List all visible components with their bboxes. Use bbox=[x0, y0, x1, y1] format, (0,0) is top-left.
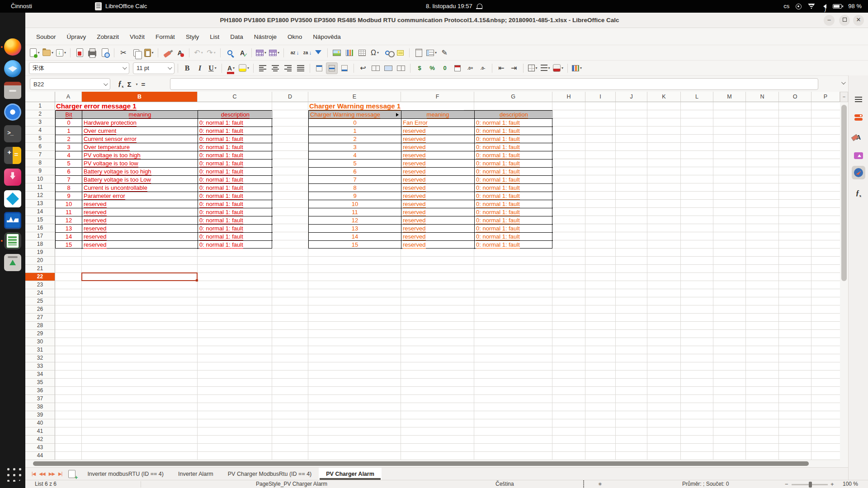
cell-bit[interactable]: 13 bbox=[309, 225, 401, 233]
row-header-22[interactable]: 22 bbox=[25, 273, 55, 281]
menu-okno[interactable]: Okno bbox=[282, 31, 307, 42]
sheet-tab-inverter-alarm[interactable]: Inverter Alarm bbox=[171, 468, 221, 480]
column-header-G[interactable]: G bbox=[474, 92, 552, 102]
cell-description[interactable]: 0: normal 1: fault bbox=[198, 241, 273, 249]
add-decimal-button[interactable]: .0+ bbox=[464, 62, 476, 74]
insert-comment-button[interactable] bbox=[394, 47, 406, 59]
italic-button[interactable]: I bbox=[194, 62, 206, 74]
cell-meaning[interactable]: PV voltage is too high bbox=[82, 151, 198, 160]
justified-button[interactable] bbox=[295, 62, 307, 74]
wrap-text-button[interactable]: ↩ bbox=[357, 62, 369, 74]
cell-meaning[interactable]: reserved bbox=[82, 200, 198, 208]
cell-meaning[interactable]: reserved bbox=[401, 216, 475, 225]
print-preview-button[interactable] bbox=[99, 47, 111, 59]
open-button[interactable]: ▾ bbox=[42, 47, 54, 59]
cell-description[interactable]: 0: normal 1: fault bbox=[198, 200, 273, 208]
cell-description[interactable]: 0: normal 1: fault bbox=[475, 160, 553, 168]
zoom-level-label[interactable]: 100 % bbox=[843, 480, 858, 488]
cell-meaning[interactable]: Battery voltage is too Low bbox=[82, 176, 198, 184]
align-top-button[interactable] bbox=[313, 62, 325, 74]
last-sheet-button[interactable]: ▶| bbox=[57, 470, 63, 477]
cell-meaning[interactable]: reserved bbox=[401, 135, 475, 143]
bold-button[interactable]: B bbox=[181, 62, 193, 74]
row-header-44[interactable]: 44 bbox=[25, 452, 55, 460]
zoom-slider[interactable] bbox=[792, 484, 828, 485]
minimize-button[interactable]: – bbox=[824, 15, 835, 26]
print-button[interactable] bbox=[86, 47, 98, 59]
row-header-23[interactable]: 23 bbox=[25, 281, 55, 289]
row-header-19[interactable]: 19 bbox=[25, 249, 55, 257]
sidebar-settings-icon[interactable] bbox=[852, 93, 865, 106]
cell-bit[interactable]: 11 bbox=[309, 208, 401, 216]
cell-description[interactable]: 0: normal 1: fault bbox=[198, 184, 273, 192]
sheet-tab-inverter-modbusrtu-id-4-[interactable]: Inverter modbusRTU (ID == 4) bbox=[80, 468, 171, 480]
name-box[interactable]: B22 bbox=[30, 78, 110, 90]
cell-meaning[interactable]: Current sensor error bbox=[82, 135, 198, 143]
row-header-11[interactable]: 11 bbox=[25, 183, 55, 192]
vertical-scrollbar-split-button[interactable]: − bbox=[840, 92, 848, 102]
headers-footers-button[interactable] bbox=[413, 47, 425, 59]
cell-bit[interactable]: 7 bbox=[309, 176, 401, 184]
cell-description[interactable]: 0: normal 1: fault bbox=[198, 127, 273, 135]
row-header-6[interactable]: 6 bbox=[25, 143, 55, 151]
focused-app-menu[interactable]: LibreOffice Calc bbox=[95, 0, 147, 13]
cell-bit[interactable]: 11 bbox=[56, 208, 82, 216]
row-header-40[interactable]: 40 bbox=[25, 419, 55, 427]
row-header-3[interactable]: 3 bbox=[25, 118, 55, 127]
cell-bit[interactable]: 3 bbox=[309, 143, 401, 151]
row-header-37[interactable]: 37 bbox=[25, 395, 55, 403]
vertical-scrollbar-thumb[interactable] bbox=[841, 105, 847, 281]
add-sheet-button[interactable] bbox=[68, 470, 75, 478]
cell-bit[interactable]: 3 bbox=[56, 143, 82, 151]
row-header-33[interactable]: 33 bbox=[25, 362, 55, 371]
cell-meaning[interactable]: reserved bbox=[82, 216, 198, 225]
row-header-32[interactable]: 32 bbox=[25, 354, 55, 362]
cell-description[interactable]: 0: normal 1: fault bbox=[475, 208, 553, 216]
cell-bit[interactable]: 5 bbox=[56, 160, 82, 168]
row-header-24[interactable]: 24 bbox=[25, 289, 55, 297]
dock-item-files[interactable] bbox=[4, 82, 21, 99]
cell-bit[interactable]: 4 bbox=[56, 151, 82, 160]
row-header-17[interactable]: 17 bbox=[25, 232, 55, 240]
properties-icon[interactable] bbox=[852, 111, 865, 124]
restore-button[interactable] bbox=[839, 15, 850, 26]
row-button[interactable]: ▾ bbox=[255, 47, 267, 59]
row-header-9[interactable]: 9 bbox=[25, 167, 55, 175]
menu-vložit[interactable]: Vložit bbox=[124, 31, 150, 42]
cell-bit[interactable]: 15 bbox=[56, 241, 82, 249]
cell-meaning[interactable]: reserved bbox=[401, 233, 475, 241]
find-replace-button[interactable] bbox=[224, 47, 236, 59]
dock-item-libreoffice-calc[interactable] bbox=[4, 232, 21, 249]
cell-meaning[interactable]: reserved bbox=[401, 208, 475, 216]
row-header-43[interactable]: 43 bbox=[25, 444, 55, 452]
activities-button[interactable]: Činnosti bbox=[6, 0, 37, 13]
sort-ascending-button[interactable]: az bbox=[287, 47, 299, 59]
column-header-H[interactable]: H bbox=[552, 92, 585, 102]
cell-description[interactable]: 0: normal 1: fault bbox=[475, 192, 553, 200]
zoom-out-button[interactable]: − bbox=[785, 480, 788, 488]
row-header-42[interactable]: 42 bbox=[25, 436, 55, 444]
menu-úpravy[interactable]: Úpravy bbox=[61, 31, 92, 42]
format-number-button[interactable]: 0 bbox=[439, 62, 451, 74]
header-cell-bit[interactable]: Charger Warning message bbox=[309, 111, 401, 119]
cell-bit[interactable]: 1 bbox=[309, 127, 401, 135]
insert-chart-button[interactable] bbox=[344, 47, 355, 59]
cell-bit[interactable]: 2 bbox=[309, 135, 401, 143]
cell-meaning[interactable]: reserved bbox=[401, 176, 475, 184]
sheet-tab-pv-charger-modbusrtu-id-4-[interactable]: PV Charger ModbusRtu (ID == 4) bbox=[221, 468, 319, 480]
cell-description[interactable]: 0: normal 1: fault bbox=[475, 241, 553, 249]
copy-button[interactable] bbox=[130, 47, 142, 59]
cell-meaning[interactable]: Battery voltage is too high bbox=[82, 168, 198, 176]
row-header-12[interactable]: 12 bbox=[25, 192, 55, 200]
row-header-7[interactable]: 7 bbox=[25, 151, 55, 159]
page-style-label[interactable]: PageStyle_PV Charger Alarm bbox=[256, 480, 327, 488]
font-color-button[interactable]: ▾ bbox=[225, 62, 237, 74]
cell-meaning[interactable]: reserved bbox=[82, 225, 198, 233]
menu-soubor[interactable]: Soubor bbox=[31, 31, 61, 42]
dock-item-kodi[interactable] bbox=[4, 190, 21, 207]
dock-item-firefox[interactable] bbox=[4, 38, 21, 56]
cell-meaning[interactable]: Parameter error bbox=[82, 192, 198, 200]
cell-bit[interactable]: 12 bbox=[309, 216, 401, 225]
select-all-corner[interactable] bbox=[25, 92, 55, 102]
border-style-button[interactable]: ▾ bbox=[539, 62, 551, 74]
